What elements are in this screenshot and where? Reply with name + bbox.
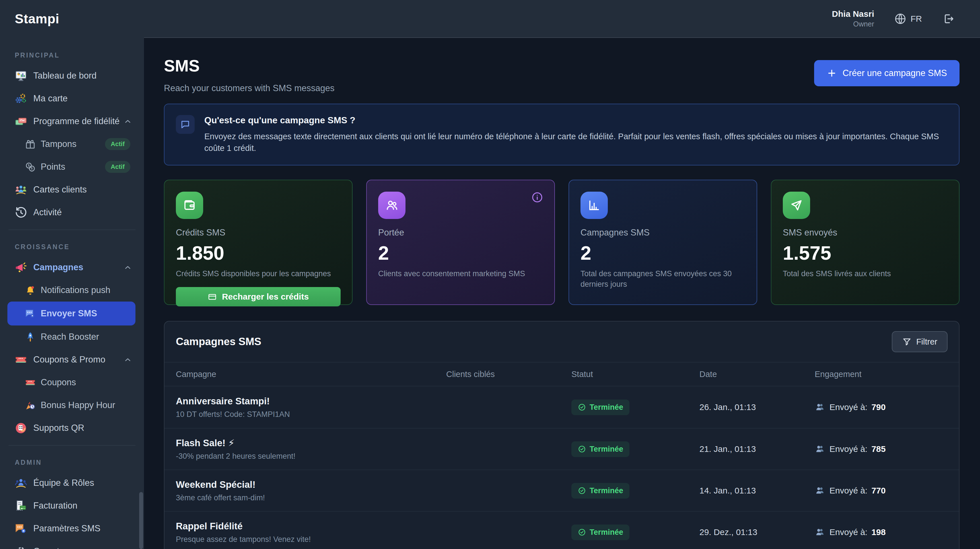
stat-value: 2 [378,242,543,264]
sidebar-item-label: Compte [33,546,64,549]
stat-label: SMS envoyés [783,228,948,238]
stat-label: Crédits SMS [176,228,340,238]
language-switcher[interactable]: FR [894,13,922,25]
chat-bubble-icon [176,115,195,134]
sidebar-item-cartes-clients[interactable]: Cartes clients [0,178,144,201]
stat-icon-tile [783,192,810,219]
engagement-label: Envoyé à: [829,486,867,495]
card-gears-icon [14,92,28,105]
sidebar-scrollbar[interactable] [139,492,143,549]
plus-icon [827,68,837,78]
sidebar-item-envoyer-sms[interactable]: Envoyer SMS [7,302,135,326]
rocket-icon [24,331,36,343]
users-duo-icon [815,527,826,538]
status-label: Terminée [590,403,623,412]
campaign-name: Flash Sale! ⚡ [176,437,446,448]
campaign-row[interactable]: Weekend Spécial!3ème café offert sam-dim… [164,469,959,511]
sidebar-item-activite[interactable]: Activité [0,201,144,224]
stat-card-sms-envoyes: SMS envoyés1.575Total des SMS livrés aux… [771,180,959,305]
filter-button[interactable]: Filtrer [892,331,948,352]
users-duo-icon [815,485,826,496]
stat-card-credits-sms: Crédits SMS1.850Crédits SMS disponibles … [164,180,353,305]
sidebar-item-label: Programme de fidélité [33,116,119,126]
campaign-subtitle: 10 DT offerts! Code: STAMPI1AN [176,410,446,419]
sidebar-item-supports-qr[interactable]: Supports QR [0,417,144,439]
sidebar-item-parametres-sms[interactable]: Paramètres SMS [0,517,144,540]
recharge-credits-button[interactable]: Recharger les crédits [176,287,340,306]
create-campaign-button[interactable]: Créer une campagne SMS [814,60,959,86]
sidebar-item-programme-de-fidelite[interactable]: Programme de fidélité [0,110,144,133]
logout-icon[interactable] [942,13,955,25]
sidebar-item-bonus-happy-hour[interactable]: Bonus Happy Hour [0,394,144,417]
campaign-name: Anniversaire Stampi! [176,396,446,407]
engagement-label: Envoyé à: [829,444,867,454]
chevron-up-icon [124,263,132,272]
app-logo: Stampi [15,11,59,27]
ticket-icon [24,377,36,388]
chevron-up-icon [124,355,132,364]
campaign-row[interactable]: Rappel FidélitéPresque assez de tampons!… [164,511,959,549]
users-duo-icon [815,402,826,413]
sidebar-section-label: ADMIN [0,451,144,472]
sidebar-item-facturation[interactable]: Facturation [0,494,144,517]
globe-icon [894,13,907,25]
sidebar-item-coupons[interactable]: Coupons [0,371,144,394]
column-header-campagne: Campagne [176,370,446,379]
user-menu[interactable]: Dhia Nasri Owner [832,9,874,28]
gift-icon [24,138,36,150]
sidebar-item-equipe-roles[interactable]: Équipe & Rôles [0,472,144,494]
history-icon [14,206,28,219]
sidebar-item-reach-booster[interactable]: Reach Booster [0,326,144,348]
stat-description: Total des campagnes SMS envoyées ces 30 … [581,268,745,290]
sidebar-item-notifications-push[interactable]: Notifications push [0,279,144,302]
bar-chart-icon [587,198,601,212]
stats-row: Crédits SMS1.850Crédits SMS disponibles … [164,180,959,305]
sidebar-item-tableau-de-bord[interactable]: Tableau de bord [0,64,144,87]
engagement-value: 785 [871,444,886,454]
campaign-date: 26. Jan., 01:13 [700,402,815,412]
sidebar-item-coupons-promo[interactable]: Coupons & Promo [0,348,144,371]
language-code: FR [910,14,922,24]
campaign-date: 21. Jan., 01:13 [700,444,815,454]
campaign-engagement: Envoyé à: 198 [815,527,948,538]
campaign-engagement: Envoyé à: 790 [815,402,948,413]
user-name: Dhia Nasri [832,9,874,19]
column-header-statut: Statut [571,370,700,379]
stat-value: 2 [581,242,745,264]
sidebar-item-label: Points [41,162,65,172]
sidebar-item-campagnes[interactable]: Campagnes [0,256,144,279]
stat-value: 1.850 [176,242,340,264]
main-content: SMS Reach your customers with SMS messag… [144,37,980,549]
campaign-subtitle: -30% pendant 2 heures seulement! [176,452,446,461]
sidebar-item-tampons[interactable]: TamponsActif [0,133,144,155]
campaign-name: Weekend Spécial! [176,479,446,490]
recharge-credits-label: Recharger les crédits [222,292,309,302]
check-circle-icon [578,528,586,536]
sidebar-item-ma-carte[interactable]: Ma carte [0,87,144,110]
sidebar-item-compte[interactable]: Compte [0,540,144,549]
stat-card-campagnes-sms: Campagnes SMS2Total des campagnes SMS en… [568,180,757,305]
invoice-icon [14,499,28,512]
banner-body: Envoyez des messages texte directement a… [204,131,944,154]
check-circle-icon [578,486,586,495]
sidebar-section-label: CROISSANCE [0,236,144,256]
sidebar-item-label: Campagnes [33,262,83,273]
stat-card-portee: Portée2Clients avec consentement marketi… [366,180,555,305]
campaign-row[interactable]: Anniversaire Stampi!10 DT offerts! Code:… [164,386,959,428]
campaign-row[interactable]: Flash Sale! ⚡-30% pendant 2 heures seule… [164,428,959,469]
funnel-icon [902,337,912,346]
wallet-icon [183,198,196,212]
status-badge: Actif [105,161,130,173]
send-icon [790,198,803,212]
sidebar-item-label: Tampons [41,139,76,149]
sidebar-item-points[interactable]: PointsActif [0,155,144,178]
users-icon [385,198,399,212]
column-header-clients-cibles: Clients ciblés [446,370,571,379]
loyalty-cards-icon [14,115,28,128]
status-badge: Terminée [571,441,630,457]
engagement-value: 198 [871,527,886,537]
top-bar: Stampi Dhia Nasri Owner FR [0,0,980,37]
sms-settings-icon [14,522,28,535]
status-badge: Actif [105,138,130,150]
info-icon[interactable] [531,191,544,204]
